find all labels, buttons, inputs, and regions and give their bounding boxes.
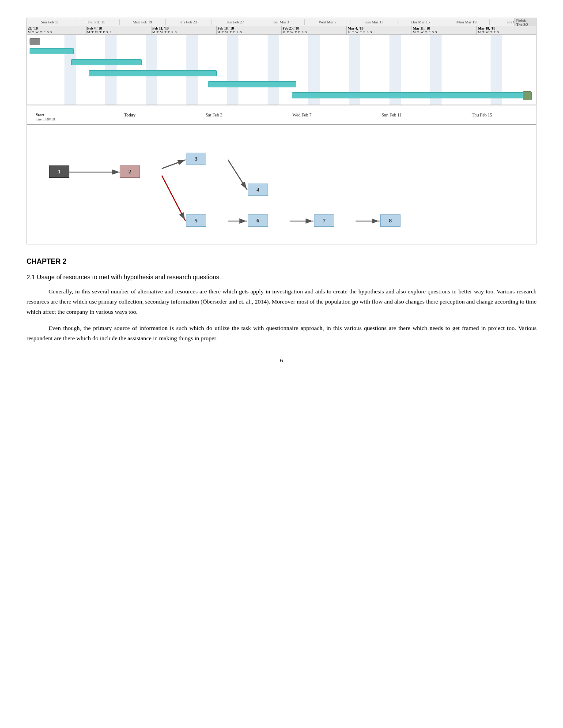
network-start-date: Tue 1/30/18 — [36, 117, 71, 121]
gantt-month-3: Feb 18, '18 M T W T F S S — [217, 26, 282, 34]
gantt-month-0: 28, '18 M T W T F S S — [27, 26, 87, 34]
svg-line-2 — [162, 176, 185, 221]
gantt-bar-3 — [89, 70, 217, 76]
gantt-month-6: Mar 11, '18 M T W T F S S — [412, 26, 477, 34]
network-date-3: Sun Feb 11 — [382, 113, 401, 117]
chapter-section: CHAPTER 2 2.1 Usage of resources to met … — [26, 258, 537, 344]
network-node-2: 2 — [120, 165, 140, 178]
gantt-date-7: Sun Mar 11 — [351, 19, 397, 25]
svg-line-3 — [228, 160, 247, 190]
gantt-date-6: Wed Mar 7 — [305, 19, 351, 25]
gantt-date-2: Mon Feb 19 — [120, 19, 166, 25]
svg-line-11 — [228, 160, 246, 189]
svg-line-1 — [162, 160, 185, 169]
network-today-label: Today — [124, 113, 135, 117]
network-node-4: 4 — [248, 184, 268, 196]
network-date-2: Wed Feb 7 — [292, 113, 311, 117]
gantt-date-4: Tue Feb 27 — [212, 19, 258, 25]
gantt-bar-4 — [208, 81, 296, 87]
gantt-date-9: Mon Mar 19 — [443, 19, 490, 25]
network-date-4: Thu Feb 15 — [472, 113, 492, 117]
page-number: 6 — [26, 357, 537, 364]
gantt-month-7: Mar 18, '18 M T W T F S — [477, 26, 536, 34]
network-body: 1 2 3 4 5 6 7 8 — [27, 125, 536, 240]
gantt-bar-1 — [30, 48, 74, 54]
network-node-5: 5 — [186, 214, 206, 227]
network-node-1: 1 — [49, 165, 69, 178]
gantt-month-4: Feb 25, '18 M T W T F S S — [282, 26, 347, 34]
chapter-title: CHAPTER 2 — [26, 258, 537, 266]
paragraph-1: Generally, in this several number of alt… — [26, 287, 537, 317]
gantt-finish: Finish Thu 3/2 — [514, 18, 536, 26]
gantt-date-3: Fri Feb 23 — [166, 19, 212, 25]
gantt-month-5: Mar 4, '18 M T W T F S S — [347, 26, 412, 34]
gantt-date-1: Thu Feb 15 — [73, 19, 120, 25]
gantt-top-header: Sun Feb 11 Thu Feb 15 Mon Feb 19 Fri Feb… — [26, 18, 537, 26]
svg-line-10 — [162, 176, 185, 220]
paragraph-2: Even though, the primary source of infor… — [26, 323, 537, 344]
gantt-chart: Sun Feb 11 Thu Feb 15 Mon Feb 19 Fri Feb… — [26, 18, 537, 105]
gantt-bar-5 — [292, 92, 526, 98]
gantt-date-5: Sat Mar 3 — [258, 19, 305, 25]
page: Sun Feb 11 Thu Feb 15 Mon Feb 19 Fri Feb… — [0, 0, 563, 728]
gantt-body — [26, 34, 537, 105]
gantt-marker — [30, 38, 40, 45]
network-diagram: Start Tue 1/30/18 Today Sat Feb 3 Wed Fe… — [26, 105, 537, 244]
network-arrows-svg — [27, 125, 536, 240]
network-header: Start Tue 1/30/18 Today Sat Feb 3 Wed Fe… — [27, 110, 536, 124]
network-start-label: Start — [36, 113, 71, 117]
gantt-date-8: Thu Mar 15 — [397, 19, 444, 25]
network-node-8: 8 — [380, 214, 401, 227]
network-date-labels: Today Sat Feb 3 Wed Feb 7 Sun Feb 11 Thu… — [89, 113, 527, 117]
gantt-date-0: Sun Feb 11 — [27, 19, 73, 25]
svg-line-9 — [162, 160, 185, 169]
network-node-3: 3 — [186, 153, 206, 165]
network-date-1: Sat Feb 3 — [206, 113, 223, 117]
network-node-6: 6 — [248, 214, 268, 227]
gantt-month-1: Feb 4, '18 M T W T F S S — [87, 26, 151, 34]
gantt-end-marker — [523, 91, 532, 100]
network-node-7: 7 — [314, 214, 334, 227]
gantt-month-2: Feb 11, '18 M T W T F S S — [151, 26, 216, 34]
section-heading: 2.1 Usage of resources to met with hypot… — [26, 274, 537, 281]
gantt-bar-2 — [71, 59, 142, 65]
